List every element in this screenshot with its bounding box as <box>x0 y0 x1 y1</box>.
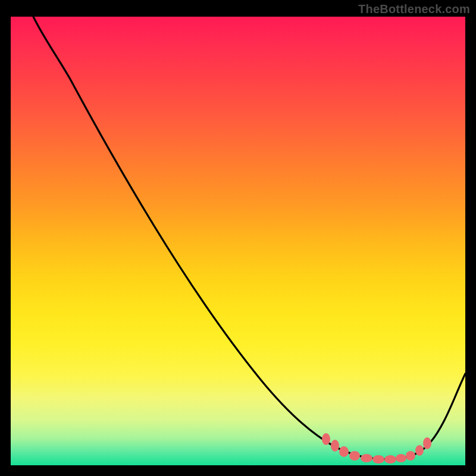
flat-zone-markers <box>322 433 431 464</box>
bottleneck-curve <box>33 17 465 459</box>
marker-dot <box>322 433 330 445</box>
chart-frame: TheBottleneck.com <box>0 0 476 476</box>
marker-dot <box>372 455 384 464</box>
marker-dot <box>349 451 360 461</box>
marker-dot <box>361 454 372 462</box>
marker-dot <box>406 451 415 461</box>
marker-dot <box>415 445 424 456</box>
chart-svg <box>11 17 465 465</box>
plot-area <box>11 17 465 465</box>
marker-dot <box>331 440 339 452</box>
watermark-text: TheBottleneck.com <box>358 2 470 16</box>
marker-dot <box>339 446 349 457</box>
marker-dot <box>396 454 406 462</box>
marker-dot <box>384 455 396 464</box>
marker-dot <box>423 437 431 449</box>
